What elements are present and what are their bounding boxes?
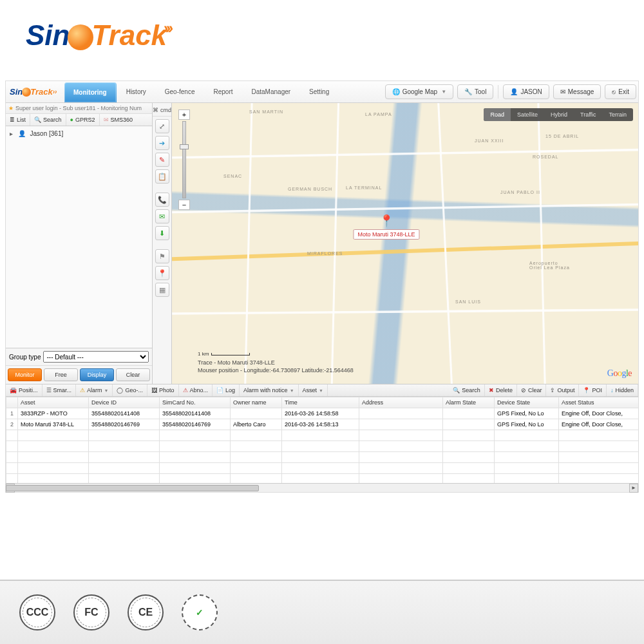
sidebar-tab-gprs2[interactable]: ●GPRS2 bbox=[66, 114, 100, 126]
table-row-empty bbox=[6, 441, 639, 452]
tool-download[interactable]: ⬇ bbox=[155, 226, 169, 240]
cert-ccc: CCC bbox=[19, 594, 55, 630]
tool-flag[interactable]: ⚑ bbox=[155, 249, 169, 263]
user-icon: 👤 bbox=[510, 88, 518, 95]
zoom-out-button[interactable]: − bbox=[178, 200, 190, 210]
lower-tab-alarm[interactable]: ⚠Alarm▼ bbox=[76, 384, 113, 396]
tool-edit[interactable]: ✎ bbox=[155, 153, 169, 167]
map-view-controls: Road Satellite Hybrid Traffic Terrain bbox=[484, 108, 633, 121]
map-marker[interactable]: 📍 Moto Maruti 3748-LLE bbox=[354, 214, 420, 240]
table-row-empty bbox=[6, 463, 639, 474]
table-row-empty bbox=[6, 452, 639, 463]
lower-tab-position[interactable]: 🚘Positi... bbox=[6, 384, 43, 396]
footer-certs: CCC FC CE ✓ bbox=[0, 580, 644, 644]
lower-tab-alarm-notice[interactable]: Alarm with notice▼ bbox=[240, 384, 298, 396]
map-view-satellite[interactable]: Satellite bbox=[511, 108, 544, 121]
exit-button[interactable]: ⎋ Exit bbox=[605, 84, 636, 99]
sidebar-tab-sms360[interactable]: ✉SMS360 bbox=[100, 114, 137, 126]
map-view-road[interactable]: Road bbox=[484, 108, 511, 121]
cmd-header[interactable]: ⌘cmd bbox=[153, 106, 171, 117]
col-device-state[interactable]: Device State bbox=[495, 397, 559, 408]
chevron-down-icon: ▼ bbox=[441, 89, 446, 95]
zoom-thumb[interactable] bbox=[180, 144, 189, 149]
lower-pane: 🚘Positi... ☰Smar... ⚠Alarm▼ ◯Geo-... 🖼Ph… bbox=[6, 384, 638, 492]
user-button[interactable]: 👤 JASON bbox=[503, 84, 549, 99]
expand-icon[interactable]: ▸ bbox=[10, 130, 16, 137]
lower-action-clear[interactable]: ⊘Clear bbox=[517, 384, 547, 396]
lower-action-search[interactable]: 🔍Search bbox=[449, 384, 485, 396]
lower-action-delete[interactable]: ✖Delete bbox=[485, 384, 517, 396]
map-background bbox=[172, 103, 638, 384]
tool-copy[interactable]: 📋 bbox=[155, 169, 169, 184]
tool-sms[interactable]: ✉ bbox=[155, 209, 169, 223]
display-button[interactable]: Display bbox=[80, 368, 114, 381]
message-button[interactable]: ✉ Message bbox=[553, 84, 601, 99]
col-simcard[interactable]: SimCard No. bbox=[160, 397, 231, 408]
col-owner[interactable]: Owner name bbox=[231, 397, 282, 408]
map-canvas[interactable]: SAN MARTIN LA PAMPA JUAN XXIII 15 DE ABR… bbox=[172, 103, 638, 384]
tool-call[interactable]: 📞 bbox=[155, 193, 169, 207]
clear-button[interactable]: Clear bbox=[116, 368, 150, 381]
table-row[interactable]: 13833RZP - MOTO3554880201414083554880201… bbox=[6, 408, 639, 419]
trace-info: Trace - Moto Maruti 3748-LLE Mouser posi… bbox=[198, 359, 354, 375]
tree-root[interactable]: ▸ 👤 Jason [361] bbox=[10, 129, 148, 138]
map-view-terrain[interactable]: Terrain bbox=[602, 108, 633, 121]
tab-setting[interactable]: Setting bbox=[300, 81, 339, 102]
lower-tab-asset[interactable]: Asset▼ bbox=[299, 384, 328, 396]
sms-icon: ✉ bbox=[104, 117, 109, 123]
zoom-in-button[interactable]: + bbox=[178, 109, 190, 120]
scroll-thumb[interactable] bbox=[6, 485, 259, 491]
upper-pane: ★Super user login - Sub user181 - Monito… bbox=[6, 103, 638, 384]
col-time[interactable]: Time bbox=[282, 397, 359, 408]
tab-monitoring[interactable]: Monitoring bbox=[64, 82, 117, 102]
sidebar-tab-search[interactable]: 🔍Search bbox=[30, 114, 66, 126]
search-icon: 🔍 bbox=[453, 387, 460, 393]
lower-tab-smart[interactable]: ☰Smar... bbox=[43, 384, 77, 396]
lower-tab-geo[interactable]: ◯Geo-... bbox=[113, 384, 147, 396]
table-row-empty bbox=[6, 474, 639, 484]
scroll-right-button[interactable]: ► bbox=[629, 484, 638, 493]
col-asset-status[interactable]: Asset Status bbox=[559, 397, 639, 408]
lower-action-output[interactable]: ⇪Output bbox=[546, 384, 579, 396]
tab-datamanager[interactable]: DataManager bbox=[243, 81, 301, 102]
table-row[interactable]: 2Moto Maruti 3748-LL35548802014676935548… bbox=[6, 419, 639, 430]
cert-fc: FC bbox=[73, 594, 109, 630]
lower-action-poi[interactable]: 📍POI bbox=[579, 384, 607, 396]
tab-report[interactable]: Report bbox=[204, 81, 242, 102]
group-type-select[interactable]: --- Default --- bbox=[43, 351, 149, 363]
tool-pin[interactable]: 📍 bbox=[155, 266, 169, 280]
lower-tab-log[interactable]: 📄Log bbox=[213, 384, 240, 396]
topbar: SinTrack›› Monitoring History Geo-fence … bbox=[6, 81, 638, 103]
monitor-button[interactable]: Monitor bbox=[8, 368, 42, 381]
tool-send[interactable]: ➔ bbox=[155, 136, 169, 150]
tab-history[interactable]: History bbox=[117, 81, 156, 102]
tab-geofence[interactable]: Geo-fence bbox=[156, 81, 205, 102]
map-view-hybrid[interactable]: Hybrid bbox=[544, 108, 574, 121]
map-wrap: ⌘cmd ⤢ ➔ ✎ 📋 📞 ✉ ⬇ ⚑ 📍 ▦ bbox=[153, 103, 638, 384]
tool-expand[interactable]: ⤢ bbox=[155, 119, 169, 133]
sidebar-tab-list[interactable]: ≣List bbox=[6, 114, 30, 126]
data-table-wrap: Asset Device ID SimCard No. Owner name T… bbox=[6, 397, 638, 483]
lower-tab-photo[interactable]: 🖼Photo bbox=[147, 384, 179, 396]
warning-icon: ⚠ bbox=[183, 387, 188, 393]
google-logo: Google bbox=[607, 368, 632, 379]
map-view-traffic[interactable]: Traffic bbox=[574, 108, 603, 121]
delete-icon: ✖ bbox=[489, 387, 494, 393]
clear-icon: ⊘ bbox=[521, 387, 526, 393]
col-alarm-state[interactable]: Alarm State bbox=[443, 397, 495, 408]
tool-grid[interactable]: ▦ bbox=[155, 283, 169, 297]
tool-button[interactable]: 🔧 Tool bbox=[457, 84, 493, 99]
lower-action-hidden[interactable]: ↓Hidden bbox=[607, 384, 638, 396]
col-device-id[interactable]: Device ID bbox=[89, 397, 160, 408]
free-button[interactable]: Free bbox=[44, 368, 78, 381]
horizontal-scrollbar[interactable]: ◄ ► bbox=[6, 483, 638, 492]
col-address[interactable]: Address bbox=[359, 397, 443, 408]
map-provider-dropdown[interactable]: 🌐 Google Map ▼ bbox=[385, 84, 453, 99]
terminal-icon: ⌘ bbox=[153, 107, 158, 113]
lower-tab-abnormal[interactable]: ⚠Abno... bbox=[179, 384, 213, 396]
zoom-track[interactable] bbox=[182, 121, 186, 198]
col-asset[interactable]: Asset bbox=[18, 397, 89, 408]
device-tree[interactable]: ▸ 👤 Jason [361] bbox=[6, 126, 152, 348]
hidden-icon: ↓ bbox=[611, 387, 614, 393]
cert-check: ✓ bbox=[182, 594, 218, 630]
